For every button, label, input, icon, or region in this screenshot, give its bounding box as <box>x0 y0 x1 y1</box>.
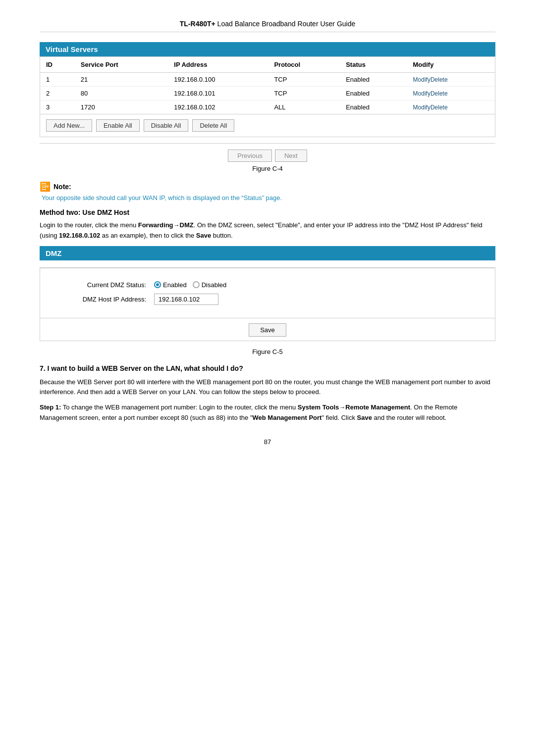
dmz-ip-label: DMZ Host IP Address: <box>55 296 154 303</box>
table-actions-row: Add New... Enable All Disable All Delete… <box>40 114 495 137</box>
col-id: ID <box>40 57 75 73</box>
cell-modify: ModifyDelete <box>407 87 495 101</box>
cell-id: 1 <box>40 73 75 87</box>
cell-status: Enabled <box>340 73 407 87</box>
question7-body1: Because the WEB Server port 80 will inte… <box>40 377 495 398</box>
next-button[interactable]: Next <box>275 150 307 162</box>
dmz-status-label: Current DMZ Status: <box>55 281 154 289</box>
model-number: TL-R480T+ <box>180 20 215 28</box>
dmz-status-row: Current DMZ Status: Enabled Disabled <box>40 281 495 289</box>
cell-id: 3 <box>40 101 75 114</box>
modify-link[interactable]: Modify <box>413 104 430 111</box>
question7-heading: 7. I want to build a WEB Server on the L… <box>40 364 495 372</box>
delete-link[interactable]: Delete <box>430 76 448 83</box>
dmz-enabled-label: Enabled <box>163 281 187 289</box>
virtual-servers-table: ID Service Port IP Address Protocol Stat… <box>40 57 495 114</box>
dmz-container: Current DMZ Status: Enabled Disabled DMZ… <box>40 267 495 341</box>
delete-link[interactable]: Delete <box>430 104 448 111</box>
figure-c4-label: Figure C-4 <box>40 165 495 172</box>
modify-link[interactable]: Modify <box>413 90 430 97</box>
cell-service-port: 80 <box>75 87 168 101</box>
col-status: Status <box>340 57 407 73</box>
note-label: Note: <box>54 183 71 191</box>
method-two-heading: Method two: Use DMZ Host <box>40 208 495 216</box>
previous-button[interactable]: Previous <box>228 150 272 162</box>
cell-service-port: 21 <box>75 73 168 87</box>
dmz-disabled-option[interactable]: Disabled <box>193 281 227 289</box>
dmz-form: Current DMZ Status: Enabled Disabled DMZ… <box>40 268 495 318</box>
cell-ip-address: 192.168.0.100 <box>168 73 268 87</box>
note-header: 📴 Note: <box>40 181 495 192</box>
cell-status: Enabled <box>340 101 407 114</box>
note-section: 📴 Note: Your opposite side should call y… <box>40 181 495 202</box>
col-protocol: Protocol <box>268 57 340 73</box>
col-service-port: Service Port <box>75 57 168 73</box>
dmz-ip-input[interactable] <box>154 294 218 305</box>
table-row: 1 21 192.168.0.100 TCP Enabled ModifyDel… <box>40 73 495 87</box>
enable-all-button[interactable]: Enable All <box>96 119 140 132</box>
delete-all-button[interactable]: Delete All <box>192 119 234 132</box>
cell-id: 2 <box>40 87 75 101</box>
disable-all-button[interactable]: Disable All <box>144 119 189 132</box>
radio-enabled-icon <box>154 281 161 288</box>
dmz-ip-value <box>154 294 218 305</box>
table-row: 3 1720 192.168.0.102 ALL Enabled ModifyD… <box>40 101 495 114</box>
virtual-servers-title: Virtual Servers <box>40 42 495 56</box>
cell-ip-address: 192.168.0.101 <box>168 87 268 101</box>
cell-protocol: ALL <box>268 101 340 114</box>
table-header-row: ID Service Port IP Address Protocol Stat… <box>40 57 495 73</box>
dmz-disabled-label: Disabled <box>202 281 227 289</box>
cell-service-port: 1720 <box>75 101 168 114</box>
guide-title: Load Balance Broadband Router User Guide <box>217 20 356 28</box>
cell-status: Enabled <box>340 87 407 101</box>
dmz-status-value: Enabled Disabled <box>154 281 226 289</box>
cell-ip-address: 192.168.0.102 <box>168 101 268 114</box>
pagination-row: Previous Next <box>40 150 495 162</box>
note-text: Your opposite side should call your WAN … <box>42 194 495 202</box>
figure-c5-label: Figure C-5 <box>40 348 495 355</box>
cell-modify: ModifyDelete <box>407 101 495 114</box>
step1: Step 1: To change the WEB management por… <box>40 403 495 423</box>
col-modify: Modify <box>407 57 495 73</box>
cell-protocol: TCP <box>268 73 340 87</box>
dmz-title: DMZ <box>40 246 495 260</box>
step1-label: Step 1: <box>40 403 61 411</box>
virtual-servers-table-container: ID Service Port IP Address Protocol Stat… <box>40 56 495 137</box>
page-header: TL-R480T+ Load Balance Broadband Router … <box>40 20 495 32</box>
dmz-enabled-option[interactable]: Enabled <box>154 281 187 289</box>
method-two-body: Login to the router, click the menu Forw… <box>40 220 495 241</box>
table-row: 2 80 192.168.0.101 TCP Enabled ModifyDel… <box>40 87 495 101</box>
page-number: 87 <box>40 438 495 446</box>
dmz-ip-row: DMZ Host IP Address: <box>40 294 495 305</box>
delete-link[interactable]: Delete <box>430 90 448 97</box>
dmz-save-button[interactable]: Save <box>249 323 286 337</box>
note-icon: 📴 <box>40 181 51 192</box>
add-new-button[interactable]: Add New... <box>46 119 92 132</box>
dmz-save-row: Save <box>40 318 495 341</box>
divider-1 <box>40 143 495 144</box>
modify-link[interactable]: Modify <box>413 76 430 83</box>
col-ip-address: IP Address <box>168 57 268 73</box>
cell-modify: ModifyDelete <box>407 73 495 87</box>
cell-protocol: TCP <box>268 87 340 101</box>
radio-disabled-icon <box>193 281 200 288</box>
dmz-radio-group: Enabled Disabled <box>154 281 226 289</box>
